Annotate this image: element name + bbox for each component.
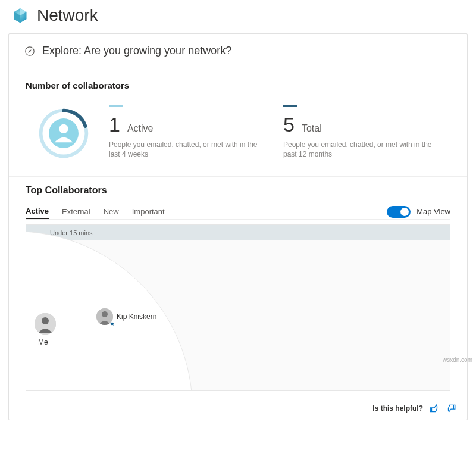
map-view-toggle-wrap: Map View [387,206,450,218]
feedback-prompt: Is this helpful? [372,404,423,412]
stat-total-bar [283,105,298,107]
watermark: wsxdn.com [443,357,472,363]
stat-total-value: 5 [283,113,295,136]
feedback-row: Is this helpful? [9,397,467,420]
page-title: Network [37,6,98,25]
top-collaborators-heading: Top Collaborators [26,185,450,196]
tab-external[interactable]: External [62,205,90,218]
explore-row[interactable]: Explore: Are you growing your network? [9,34,467,68]
collaborators-heading: Number of collaborators [26,80,450,90]
collaborators-section: Number of collaborators [9,68,467,105]
me-label: Me [38,338,56,346]
explore-title: Explore: Are you growing your network? [42,45,231,57]
collaborator-map: Under 15 mins Me [26,224,450,391]
tabs-row: Active External New Important Map View [26,204,450,220]
stat-active-label: Active [127,123,154,134]
stat-active-bar [109,105,123,107]
collaborator-ring-chart [35,105,92,162]
svg-point-12 [102,311,108,317]
svg-marker-4 [28,49,31,52]
svg-point-8 [59,124,68,133]
map-view-label: Map View [416,207,450,216]
stat-active-desc: People you emailed, chatted, or met with… [109,140,258,159]
stat-total-label: Total [302,123,322,134]
stat-total-desc: People you emailed, chatted, or met with… [283,140,432,159]
stats-row: 1 Active People you emailed, chatted, or… [9,105,467,177]
top-collaborators-section: Top Collaborators Active External New Im… [9,177,467,397]
map-bucket-label: Under 15 mins [26,225,450,240]
star-icon: ★ [109,320,115,327]
stat-total: 5 Total People you emailed, chatted, or … [283,105,441,159]
stat-active-value: 1 [109,113,120,136]
stat-active: 1 Active People you emailed, chatted, or… [109,105,267,159]
collaborator-avatar: ★ [96,308,113,325]
me-node[interactable]: Me [35,313,56,346]
tab-active[interactable]: Active [26,204,49,219]
compass-icon [24,46,35,57]
collaborator-name: Kip Kniskern [117,312,156,321]
thumbs-down-button[interactable] [446,403,456,414]
collaborator-node[interactable]: ★ Kip Kniskern [96,308,156,325]
svg-point-10 [42,317,49,324]
page-header: Network [0,0,476,29]
network-card: Explore: Are you growing your network? N… [8,33,468,420]
network-polygon-icon [12,7,29,24]
me-avatar [35,313,56,335]
map-view-toggle[interactable] [387,206,411,218]
thumbs-up-button[interactable] [429,403,440,414]
tab-new[interactable]: New [104,205,119,218]
tab-important[interactable]: Important [132,205,165,218]
